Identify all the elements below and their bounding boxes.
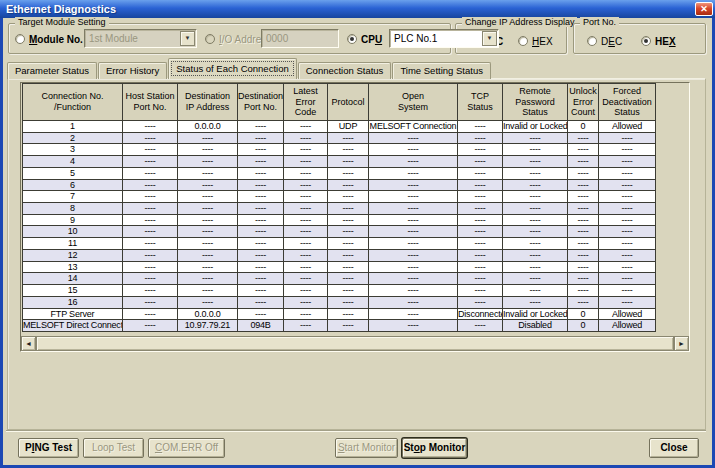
table-row[interactable]: 5---------------------------------------… [23, 168, 656, 180]
column-header: Remote Password Status [503, 83, 568, 121]
port-hex-radio[interactable]: HEX [641, 35, 676, 47]
row-label: 2 [23, 133, 123, 145]
table-cell: 0 [568, 320, 599, 332]
table-cell: ---- [123, 238, 178, 250]
port-dec-radio[interactable]: DEC [587, 35, 622, 47]
loop-test-button[interactable]: Loop Test [83, 438, 144, 458]
table-row[interactable]: FTP Server----0.0.0.0----------------Dis… [23, 309, 656, 321]
table-cell: ---- [328, 156, 369, 168]
table-cell: Invalid or Locked [503, 121, 568, 133]
table-cell: Allowed [599, 309, 656, 321]
scroll-right-icon[interactable]: ► [674, 336, 689, 351]
table-cell: ---- [599, 156, 656, 168]
row-label: 1 [23, 121, 123, 133]
column-header: Host Station Port No. [123, 83, 178, 121]
table-cell: ---- [238, 285, 284, 297]
horizontal-scrollbar[interactable]: ◄ ► [21, 336, 689, 351]
dropdown-arrow-icon[interactable]: ▼ [482, 31, 497, 46]
table-cell: ---- [599, 191, 656, 203]
start-monitor-button[interactable]: Start Monitor [335, 438, 398, 458]
tab-parameter-status[interactable]: Parameter Status [7, 62, 97, 79]
scroll-left-icon[interactable]: ◄ [21, 336, 36, 351]
table-cell: ---- [123, 203, 178, 215]
target-module-setting-label: Target Module Setting [15, 17, 109, 27]
table-row[interactable]: 13--------------------------------------… [23, 262, 656, 274]
table-cell: ---- [178, 203, 238, 215]
table-cell: ---- [123, 191, 178, 203]
com-err-off-button[interactable]: COM.ERR Off [148, 438, 225, 458]
table-cell: ---- [599, 215, 656, 227]
table-row[interactable]: 10--------------------------------------… [23, 226, 656, 238]
table-row[interactable]: 11--------------------------------------… [23, 238, 656, 250]
stop-monitor-button[interactable]: Stop Monitor [402, 438, 467, 458]
table-cell: ---- [599, 262, 656, 274]
table-cell: ---- [568, 215, 599, 227]
table-cell: ---- [568, 133, 599, 145]
table-cell: ---- [568, 226, 599, 238]
module-no-combobox[interactable]: 1st Module ▼ [84, 29, 197, 48]
close-icon[interactable]: ✕ [695, 2, 713, 16]
table-cell: ---- [328, 180, 369, 192]
table-cell: ---- [284, 273, 328, 285]
table-cell: UDP [328, 121, 369, 133]
table-row[interactable]: 12--------------------------------------… [23, 250, 656, 262]
table-cell: ---- [503, 226, 568, 238]
io-address-input[interactable]: 0000 [261, 29, 339, 48]
table-row[interactable]: 16--------------------------------------… [23, 297, 656, 309]
table-cell: ---- [369, 297, 458, 309]
table-cell: ---- [599, 226, 656, 238]
ping-test-button[interactable]: PING Test [18, 438, 79, 458]
table-row[interactable]: 1----0.0.0.0--------UDPMELSOFT Connectio… [23, 121, 656, 133]
module-no-radio[interactable]: Module No. [15, 33, 83, 45]
table-cell: ---- [328, 191, 369, 203]
table-row[interactable]: 9---------------------------------------… [23, 215, 656, 227]
table-row[interactable]: 7---------------------------------------… [23, 191, 656, 203]
table-cell: MELSOFT Connection [369, 121, 458, 133]
table-cell: ---- [238, 144, 284, 156]
row-label: 16 [23, 297, 123, 309]
table-cell: ---- [369, 180, 458, 192]
tab-error-history[interactable]: Error History [98, 62, 167, 79]
row-label: FTP Server [23, 309, 123, 321]
table-cell: ---- [369, 262, 458, 274]
row-label: 6 [23, 180, 123, 192]
tab-status-of-each-connection[interactable]: Status of Each Connection [168, 58, 297, 79]
table-cell: Disconnected [458, 309, 503, 321]
tab-time-setting-status[interactable]: Time Setting Status [392, 62, 491, 79]
table-cell: ---- [284, 309, 328, 321]
module-no-label: Module No. [29, 34, 83, 45]
table-cell: ---- [328, 262, 369, 274]
table-cell: ---- [503, 297, 568, 309]
cpu-combobox[interactable]: PLC No.1 ▼ [389, 29, 499, 48]
table-cell: ---- [123, 133, 178, 145]
close-button[interactable]: Close [649, 438, 699, 458]
table-cell: ---- [238, 226, 284, 238]
table-cell: ---- [284, 226, 328, 238]
table-row[interactable]: 15--------------------------------------… [23, 285, 656, 297]
table-row[interactable]: 14--------------------------------------… [23, 273, 656, 285]
table-cell: ---- [238, 273, 284, 285]
table-row[interactable]: 6---------------------------------------… [23, 180, 656, 192]
tab-connection-status[interactable]: Connection Status [298, 62, 392, 79]
cpu-radio[interactable]: CPU [347, 33, 382, 45]
table-row[interactable]: 4---------------------------------------… [23, 156, 656, 168]
dropdown-arrow-icon[interactable]: ▼ [180, 31, 195, 46]
change-ip-display-label: Change IP Address Display [462, 17, 577, 27]
column-header: Protocol [328, 83, 369, 121]
table-cell: ---- [503, 203, 568, 215]
table-row[interactable]: MELSOFT Direct Connection----10.97.79.21… [23, 320, 656, 332]
cpu-label: CPU [361, 34, 382, 45]
table-row[interactable]: 3---------------------------------------… [23, 144, 656, 156]
table-row[interactable]: 8---------------------------------------… [23, 203, 656, 215]
table-cell: ---- [568, 168, 599, 180]
table-cell: ---- [599, 144, 656, 156]
row-label: 10 [23, 226, 123, 238]
table-row[interactable]: 2---------------------------------------… [23, 133, 656, 145]
table-cell: 0.0.0.0 [178, 121, 238, 133]
scrollbar-thumb[interactable] [36, 336, 674, 351]
connection-table[interactable]: Connection No. /FunctionHost Station Por… [20, 82, 690, 352]
table-cell: ---- [369, 309, 458, 321]
table-cell: ---- [369, 320, 458, 332]
table-cell: ---- [238, 168, 284, 180]
ip-hex-radio[interactable]: HEX [518, 35, 553, 47]
